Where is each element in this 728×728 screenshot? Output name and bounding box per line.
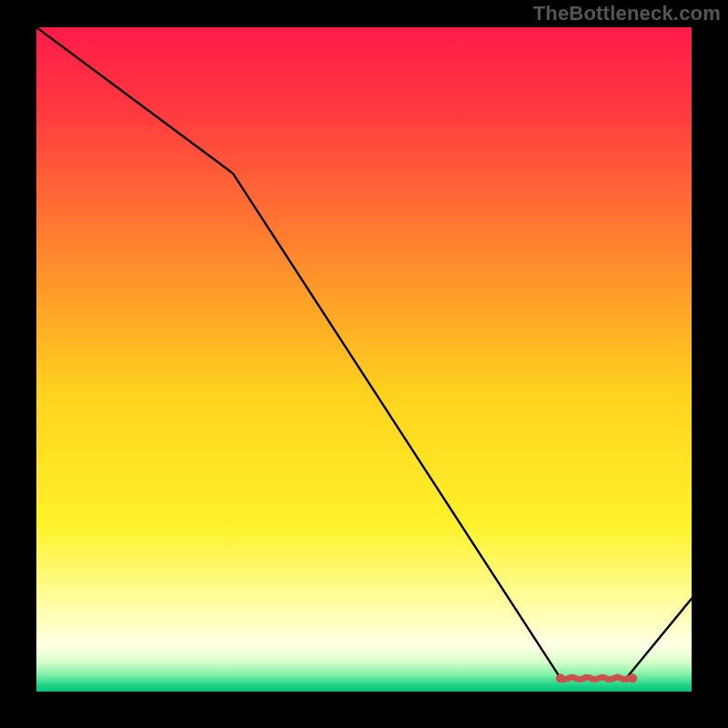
svg-rect-0 [36,27,692,692]
watermark-text: TheBottleneck.com [533,2,721,25]
plot-svg [36,27,692,692]
svg-point-26 [628,673,637,682]
svg-point-25 [556,673,565,682]
chart-frame: TheBottleneck.com [0,0,728,728]
plot-area [36,27,692,692]
